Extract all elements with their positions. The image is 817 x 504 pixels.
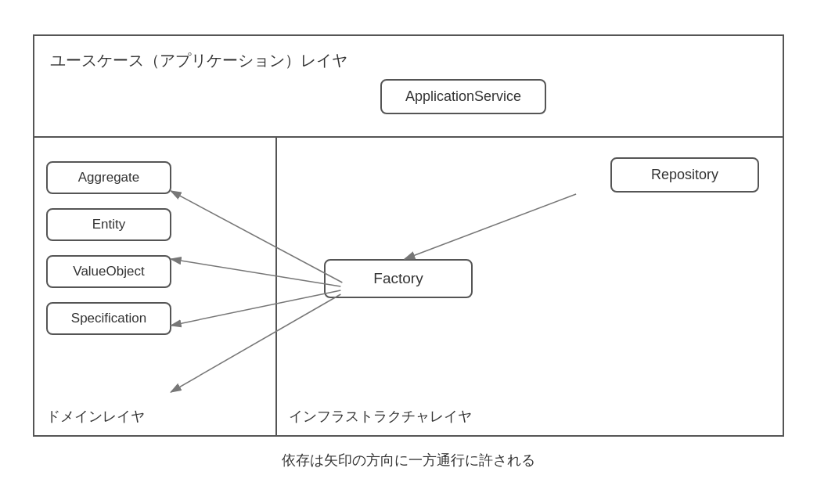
diagram-wrapper: ユースケース（アプリケーション）レイヤ ApplicationService A… [33,34,784,470]
repository-box: Repository [610,157,759,193]
domain-boxes: Aggregate Entity ValueObject Specificati… [46,161,264,335]
use-case-label: ユースケース（アプリケーション）レイヤ [50,50,767,71]
entity-box: Entity [46,208,171,241]
domain-label: ドメインレイヤ [46,407,145,426]
domain-layer: Aggregate Entity ValueObject Specificati… [34,138,277,435]
application-service-box: ApplicationService [380,79,546,114]
specification-box: Specification [46,302,171,335]
use-case-content: ApplicationService [50,79,767,114]
value-object-box: ValueObject [46,255,171,288]
caption: 依存は矢印の方向に一方通行に許される [282,451,535,470]
outer-box: ユースケース（アプリケーション）レイヤ ApplicationService A… [33,34,784,437]
infra-label: インフラストラクチャレイヤ [289,407,472,426]
bottom-layers: Aggregate Entity ValueObject Specificati… [34,138,783,435]
factory-box: Factory [324,259,473,298]
use-case-layer: ユースケース（アプリケーション）レイヤ ApplicationService [34,36,783,138]
aggregate-box: Aggregate [46,161,171,194]
infra-layer: Factory Repository インフラストラクチャレイヤ [277,138,783,435]
